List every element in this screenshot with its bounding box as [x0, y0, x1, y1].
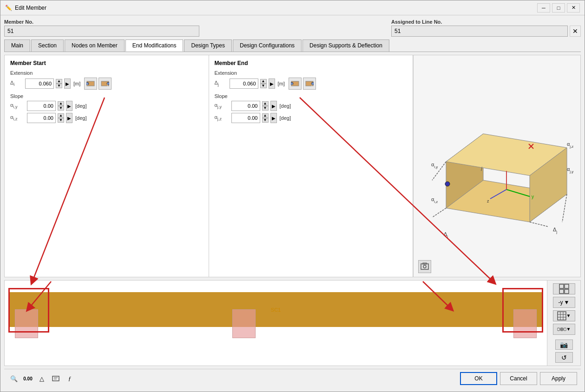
start-delta-spinner: ▲ ▼	[56, 79, 62, 88]
start-delta-up[interactable]: ▲	[56, 79, 62, 84]
svg-text:i: i	[481, 166, 482, 172]
svg-rect-41	[559, 284, 564, 288]
member-start-title: Member Start	[10, 60, 203, 66]
start-alpha-z-down[interactable]: ▼	[58, 118, 64, 123]
viz-camera-btn[interactable]: 📷	[555, 340, 573, 350]
start-slope-label: Slope	[10, 93, 203, 99]
label-tool-btn[interactable]	[50, 372, 62, 385]
function-tool-btn[interactable]: ƒ	[64, 372, 76, 385]
start-delta-row: Δi ▲ ▼ ▶ [m] i j	[10, 78, 203, 90]
title-bar-left: ✏️ Edit Member	[5, 5, 46, 11]
start-extension-label: Extension	[10, 70, 203, 76]
title-bar-controls: ─ □ ✕	[537, 3, 580, 13]
node-tool-btn[interactable]: △	[36, 372, 48, 385]
assigned-line-input[interactable]	[391, 26, 568, 37]
tab-design-types[interactable]: Design Types	[184, 39, 232, 52]
svg-text:αj,y: αj,y	[567, 166, 573, 174]
svg-text:j: j	[311, 83, 313, 86]
svg-text:Δj: Δj	[553, 227, 557, 234]
start-alpha-y-input[interactable]	[27, 101, 56, 111]
member-no-group: Member No.	[4, 19, 199, 37]
start-delta-arrow[interactable]: ▶	[64, 78, 71, 89]
start-alpha-z-up[interactable]: ▲	[58, 113, 64, 118]
start-alpha-y-up[interactable]: ▲	[58, 101, 64, 106]
member-start-panel: Member Start Extension Δi ▲ ▼ ▶ [m] i	[5, 55, 209, 277]
end-node-i-btn[interactable]: i	[289, 78, 302, 90]
end-node-j-btn[interactable]: j	[303, 78, 316, 90]
tab-end-modifications[interactable]: End Modifications	[125, 39, 184, 52]
start-alpha-z-label: αi,z	[10, 114, 25, 121]
end-alpha-y-input[interactable]	[231, 101, 260, 111]
start-alpha-z-arrow[interactable]: ▶	[66, 113, 72, 123]
end-delta-up[interactable]: ▲	[260, 79, 267, 84]
end-delta-down[interactable]: ▼	[260, 84, 267, 88]
node-pink-center	[232, 309, 256, 338]
svg-text:z: z	[487, 199, 489, 203]
tab-design-configurations[interactable]: Design Configurations	[233, 39, 302, 52]
end-alpha-y-unit: [deg]	[280, 103, 291, 109]
tab-section[interactable]: Section	[31, 39, 64, 52]
start-alpha-z-input[interactable]	[27, 113, 56, 123]
svg-text:y: y	[532, 194, 534, 199]
clear-assigned-button[interactable]: ✕	[570, 26, 581, 37]
edit-member-window: ✏️ Edit Member ─ □ ✕ Member No. Assigned…	[0, 0, 585, 392]
start-end-highlight	[8, 288, 49, 333]
viz-grid-btn[interactable]	[553, 283, 575, 294]
maximize-button[interactable]: □	[552, 3, 565, 13]
end-delta-unit: [m]	[278, 81, 285, 86]
cancel-button[interactable]: Cancel	[500, 372, 537, 385]
svg-text:αi,z: αi,z	[431, 196, 438, 204]
svg-rect-44	[565, 289, 569, 294]
end-alpha-y-up[interactable]: ▲	[262, 101, 269, 106]
start-delta-unit: [m]	[73, 81, 80, 86]
end-icon-btns: i j	[289, 78, 316, 90]
end-alpha-z-input[interactable]	[231, 113, 260, 123]
apply-button[interactable]: Apply	[540, 372, 577, 385]
close-button[interactable]: ✕	[567, 3, 580, 13]
value-tool-btn[interactable]: 0.00	[22, 372, 34, 385]
start-node-i-btn[interactable]: i	[84, 78, 97, 90]
tab-main[interactable]: Main	[4, 39, 30, 52]
start-delta-input[interactable]	[25, 78, 54, 89]
end-delta-label: Δj	[215, 80, 228, 87]
diagram-panel: y z αj,z αj,y αi,y αi,z i	[413, 55, 580, 277]
end-alpha-z-up[interactable]: ▲	[262, 113, 269, 118]
end-alpha-z-spinner: ▲ ▼	[262, 113, 269, 123]
start-alpha-y-arrow[interactable]: ▶	[66, 101, 72, 111]
start-alpha-z-spinner: ▲ ▼	[58, 113, 64, 123]
end-end-highlight	[502, 288, 543, 333]
end-alpha-z-arrow[interactable]: ▶	[270, 113, 277, 123]
viz-grid2-btn[interactable]: ▼	[553, 310, 575, 321]
end-alpha-y-arrow[interactable]: ▶	[270, 101, 277, 111]
tab-nodes[interactable]: Nodes on Member	[65, 39, 125, 52]
bottom-bar: 🔍 0.00 △ ƒ OK Cancel Apply	[4, 369, 581, 388]
viz-main: SC1	[5, 281, 547, 366]
minimize-button[interactable]: ─	[537, 3, 550, 13]
viz-reset-btn[interactable]: ↺	[555, 352, 573, 363]
tab-design-supports[interactable]: Design Supports & Deflection	[302, 39, 389, 52]
svg-line-34	[432, 162, 446, 180]
start-alpha-z-unit: [deg]	[75, 115, 86, 121]
start-node-j-btn[interactable]: j	[99, 78, 112, 90]
end-alpha-z-down[interactable]: ▼	[262, 118, 269, 123]
end-delta-input[interactable]	[230, 78, 258, 89]
svg-rect-43	[559, 289, 564, 294]
end-delta-arrow[interactable]: ▶	[269, 78, 275, 89]
assigned-line-group: Assigned to Line No. ✕	[391, 19, 581, 37]
top-fields-row: Member No. Assigned to Line No. ✕	[4, 19, 581, 37]
start-delta-down[interactable]: ▼	[56, 84, 62, 88]
member-no-label: Member No.	[4, 19, 199, 25]
member-no-input[interactable]	[4, 26, 199, 37]
viz-y-axis-btn[interactable]: -y ▼	[553, 297, 575, 308]
search-tool-btn[interactable]: 🔍	[8, 372, 20, 385]
member-diagram-svg: y z αj,z αj,y αi,y αi,z i	[418, 78, 576, 255]
svg-text:αi,y: αi,y	[431, 162, 438, 169]
ok-button[interactable]: OK	[460, 372, 497, 385]
screenshot-button[interactable]	[418, 260, 431, 273]
start-delta-label: Δi	[10, 80, 23, 87]
viz-node-btn[interactable]: ▼	[553, 324, 575, 335]
end-alpha-y-down[interactable]: ▼	[262, 106, 269, 111]
viz-right-panel: -y ▼ ▼ ▼ 📷 ↺	[547, 281, 580, 366]
start-alpha-y-down[interactable]: ▼	[58, 106, 64, 111]
start-alpha-y-row: αi,y ▲ ▼ ▶ [deg]	[10, 101, 203, 111]
